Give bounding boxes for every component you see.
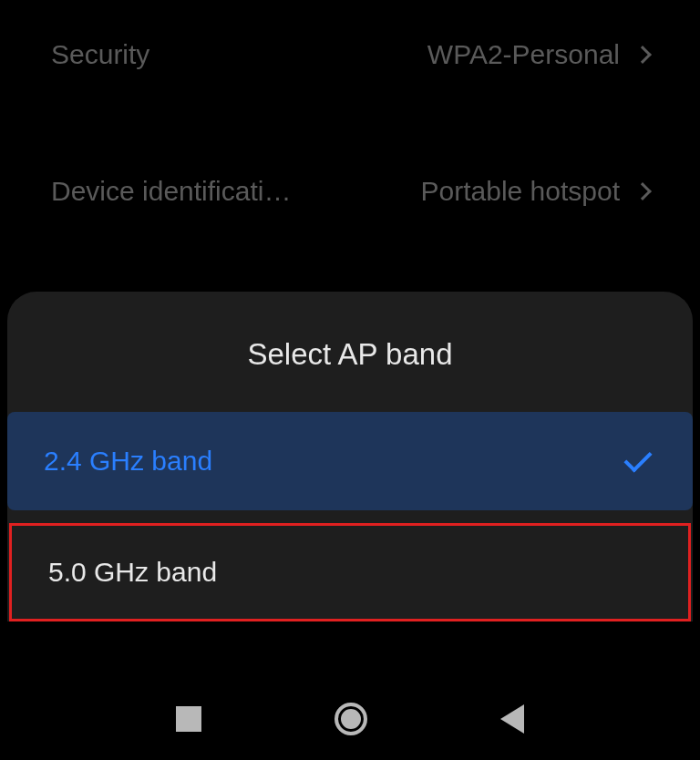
device-id-label: Device identificati… xyxy=(51,176,361,207)
security-value: WPA2-Personal xyxy=(427,39,620,70)
checkmark-icon xyxy=(623,444,652,472)
back-button[interactable] xyxy=(500,704,524,734)
navigation-bar xyxy=(0,678,700,760)
chevron-right-icon xyxy=(633,182,652,200)
device-id-row[interactable]: Device identificati… Portable hotspot xyxy=(0,146,700,237)
option-5-0-ghz[interactable]: 5.0 GHz band xyxy=(9,523,691,621)
device-id-value-wrap: Portable hotspot xyxy=(421,176,649,207)
security-label: Security xyxy=(51,39,361,70)
home-button[interactable] xyxy=(335,703,367,735)
option-label: 2.4 GHz band xyxy=(44,446,212,477)
ap-band-modal: Select AP band 2.4 GHz band 5.0 GHz band xyxy=(7,292,693,621)
device-id-value: Portable hotspot xyxy=(421,176,620,207)
security-row[interactable]: Security WPA2-Personal xyxy=(0,9,700,100)
modal-title: Select AP band xyxy=(7,292,693,412)
option-2-4-ghz[interactable]: 2.4 GHz band xyxy=(7,412,693,510)
option-label: 5.0 GHz band xyxy=(48,557,217,588)
recent-apps-button[interactable] xyxy=(176,706,201,732)
security-value-wrap: WPA2-Personal xyxy=(427,39,649,70)
chevron-right-icon xyxy=(633,46,652,64)
